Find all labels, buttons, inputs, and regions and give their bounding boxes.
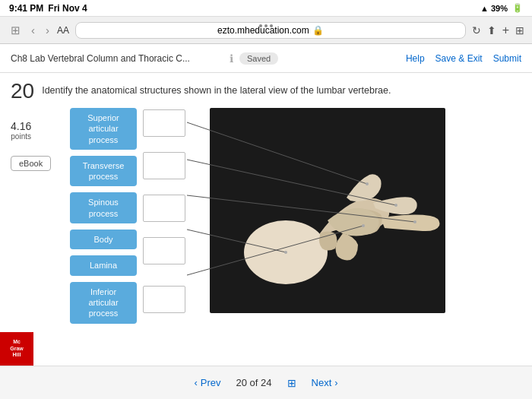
label-spinous[interactable]: Spinousprocess (70, 192, 137, 223)
add-tab-icon[interactable]: + (502, 24, 509, 37)
bottom-nav: Mc Graw Hill ‹ Prev 20 of 24 ⊞ Next › (0, 366, 532, 399)
status-bar: 9:41 PM Fri Nov 4 ▲ 39% 🔋 (0, 0, 532, 17)
main-content: 20 Identify the anatomical structures sh… (0, 73, 532, 366)
signal-icon: ▲ 39% (480, 4, 508, 13)
question-text: Identify the anatomical structures shown… (42, 81, 391, 96)
prev-chevron: ‹ (194, 377, 197, 388)
labels-column: Superiorarticularprocess Transverseproce… (70, 108, 137, 324)
answer-row-5 (143, 286, 185, 313)
url-bar[interactable]: ezto.mheducation.com 🔒 (75, 22, 466, 39)
points-value: 4.16 (11, 120, 31, 132)
date: Fri Nov 4 (48, 3, 87, 14)
app-title: Ch8 Lab Vertebral Column and Thoracic C.… (11, 53, 223, 64)
svg-point-9 (413, 220, 416, 223)
status-left: 9:41 PM Fri Nov 4 (9, 3, 87, 14)
next-label: Next (312, 377, 332, 388)
answer-row-3 (143, 195, 185, 222)
ebook-button[interactable]: eBook (11, 156, 51, 171)
vertebra-diagram (187, 108, 445, 317)
prev-label: Prev (201, 377, 221, 388)
logo-area: Mc Graw Hill (0, 332, 33, 366)
aa-label[interactable]: AA (57, 25, 69, 36)
label-lamina[interactable]: Lamina (70, 255, 137, 275)
next-button[interactable]: Next › (312, 377, 338, 388)
answer-box-5[interactable] (143, 286, 185, 313)
battery-icon: 🔋 (512, 3, 523, 13)
svg-point-10 (284, 251, 287, 254)
left-panel: 4.16 points eBook (11, 108, 64, 324)
next-chevron: › (334, 377, 337, 388)
svg-point-11 (362, 224, 365, 227)
header-actions: Help Save & Exit Submit (406, 53, 521, 64)
answer-row-4 (143, 237, 185, 264)
current-page: 20 (236, 377, 246, 388)
answer-row-2 (143, 152, 185, 179)
browser-controls: ⊞ ‹ › AA (8, 22, 69, 39)
question-body: 4.16 points eBook Superiorarticularproce… (11, 108, 521, 324)
answer-row-1 (143, 109, 185, 137)
save-exit-link[interactable]: Save & Exit (435, 53, 483, 64)
of-label: of (250, 377, 261, 388)
label-transverse[interactable]: Transverseprocess (70, 156, 137, 187)
saved-badge: Saved (239, 52, 278, 65)
reload-icon[interactable]: ↻ (472, 24, 481, 36)
svg-point-8 (394, 204, 397, 207)
label-superior[interactable]: Superiorarticularprocess (70, 108, 137, 150)
answer-box-4[interactable] (143, 237, 185, 264)
points-label: points (11, 132, 31, 141)
answer-boxes (143, 109, 185, 313)
answer-box-3[interactable] (143, 195, 185, 222)
submit-link[interactable]: Submit (493, 53, 521, 64)
lock-icon: 🔒 (312, 25, 324, 36)
browser-actions: ↻ ⬆ + ⊞ (472, 24, 524, 37)
answer-box-1[interactable] (143, 109, 185, 137)
url-dots-top (259, 24, 273, 27)
grid-icon[interactable]: ⊞ (287, 377, 296, 389)
back-button[interactable]: ‹ (28, 22, 38, 38)
share-icon[interactable]: ⬆ (487, 24, 496, 36)
app-header: Ch8 Lab Vertebral Column and Thoracic C.… (0, 44, 532, 73)
question-header: 20 Identify the anatomical structures sh… (11, 81, 521, 102)
help-link[interactable]: Help (406, 53, 425, 64)
square-icon[interactable]: ⊞ (8, 22, 24, 39)
info-icon[interactable]: ℹ (230, 52, 233, 65)
label-inferior[interactable]: Inferiorarticularprocess (70, 282, 137, 324)
answer-box-2[interactable] (143, 152, 185, 179)
total-pages: 24 (261, 377, 271, 388)
browser-bar: ⊞ ‹ › AA ezto.mheducation.com 🔒 ↻ ⬆ + ⊞ (0, 17, 532, 44)
points-container: 4.16 points (11, 120, 31, 144)
status-right: ▲ 39% 🔋 (480, 3, 523, 13)
tabs-icon[interactable]: ⊞ (515, 24, 524, 36)
diagram-area (143, 108, 521, 324)
forward-button[interactable]: › (43, 22, 52, 38)
time: 9:41 PM (9, 3, 43, 14)
page-info: 20 of 24 (236, 377, 271, 388)
question-number: 20 (11, 81, 34, 102)
logo-text: Mc Graw Hill (10, 339, 24, 358)
image-and-lines (187, 108, 521, 317)
label-body[interactable]: Body (70, 230, 137, 249)
svg-point-7 (366, 182, 369, 185)
prev-button[interactable]: ‹ Prev (194, 377, 220, 388)
